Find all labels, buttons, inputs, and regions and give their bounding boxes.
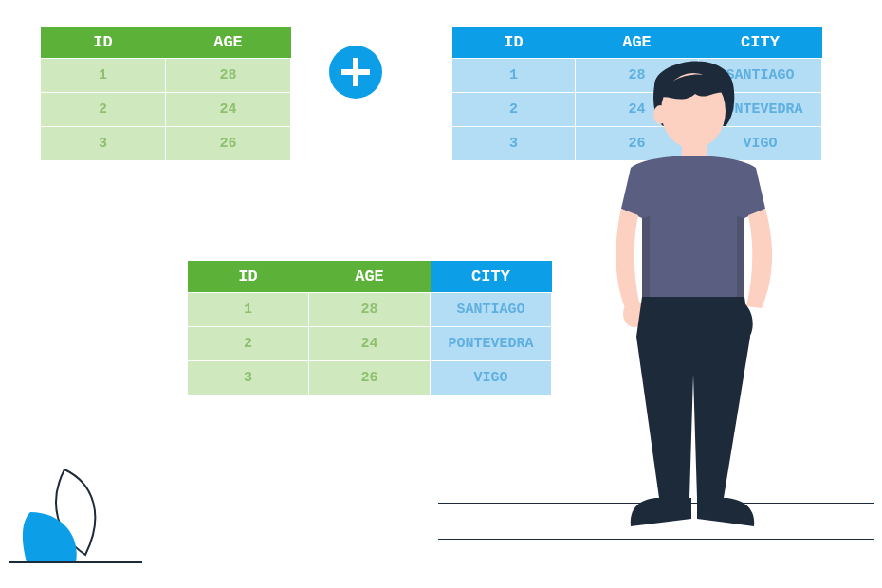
table-header-row: ID AGE CITY <box>188 261 552 293</box>
cell-id: 2 <box>452 93 576 127</box>
col-age-header: AGE <box>166 27 291 59</box>
cell-city: PONTEVEDRA <box>431 327 552 361</box>
svg-rect-1 <box>341 69 370 75</box>
cell-city: VIGO <box>431 361 552 395</box>
col-id-header: ID <box>188 261 309 293</box>
col-age-header: AGE <box>309 261 431 293</box>
table-header-row: ID AGE <box>41 27 291 59</box>
cell-age: 26 <box>166 127 291 161</box>
table-row: 3 26 VIGO <box>188 361 552 395</box>
cell-age: 24 <box>309 327 431 361</box>
person-illustration <box>564 52 830 583</box>
cell-age: 28 <box>309 293 431 327</box>
cell-id: 3 <box>188 361 309 395</box>
col-id-header: ID <box>41 27 166 59</box>
plus-icon <box>329 46 382 99</box>
table-left-green: ID AGE 1 28 2 24 3 26 <box>40 27 291 161</box>
cell-age: 28 <box>166 59 291 93</box>
leaf-icon <box>9 460 171 574</box>
cell-id: 1 <box>41 59 166 93</box>
table-merged: ID AGE CITY 1 28 SANTIAGO 2 24 PONTEVEDR… <box>187 261 552 395</box>
table-row: 1 28 SANTIAGO <box>188 293 552 327</box>
cell-id: 2 <box>41 93 166 127</box>
svg-point-4 <box>653 105 667 124</box>
table-row: 2 24 PONTEVEDRA <box>188 327 552 361</box>
table-row: 1 28 <box>41 59 291 93</box>
cell-id: 3 <box>452 127 576 161</box>
cell-id: 1 <box>452 59 576 93</box>
cell-city: SANTIAGO <box>431 293 552 327</box>
col-city-header: CITY <box>431 261 552 293</box>
table-row: 3 26 <box>41 127 291 161</box>
cell-age: 24 <box>166 93 291 127</box>
cell-age: 26 <box>309 361 431 395</box>
cell-id: 3 <box>41 127 166 161</box>
cell-id: 2 <box>188 327 309 361</box>
cell-id: 1 <box>188 293 309 327</box>
table-row: 2 24 <box>41 93 291 127</box>
col-id-header: ID <box>452 27 576 59</box>
